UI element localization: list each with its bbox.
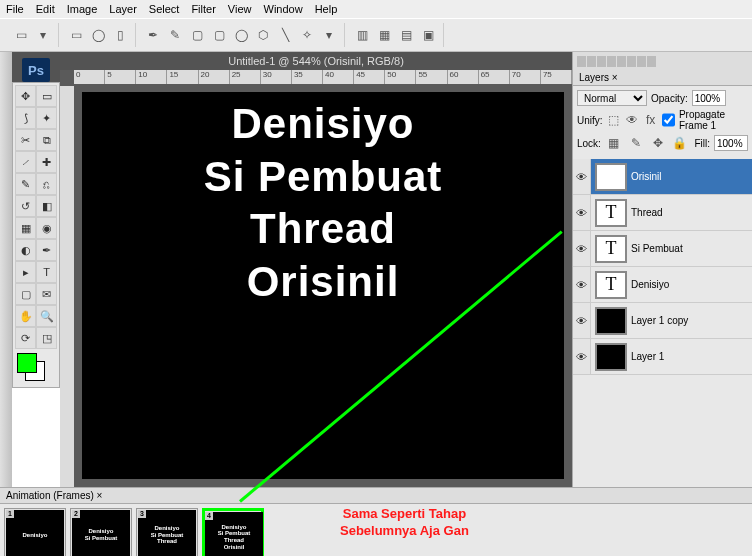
heal-tool-icon[interactable]: ✚ [36,151,57,173]
visibility-eye-icon[interactable]: 👁 [573,195,591,230]
ruler-vertical [60,86,74,487]
layer-row[interactable]: 👁 T Si Pembuat [573,231,752,267]
marquee-single-icon[interactable]: ▯ [111,26,129,44]
visibility-eye-icon[interactable]: 👁 [573,267,591,302]
align-icon[interactable]: ▥ [353,26,371,44]
layer-thumbnail[interactable]: T [595,235,627,263]
visibility-eye-icon[interactable]: 👁 [573,303,591,338]
eraser-tool-icon[interactable]: ◧ [36,195,57,217]
layer-thumbnail[interactable] [595,307,627,335]
lasso-tool-icon[interactable]: ⟆ [15,107,36,129]
visibility-eye-icon[interactable]: 👁 [573,159,591,194]
menu-layer[interactable]: Layer [109,3,137,15]
fill-input[interactable] [714,135,748,151]
unify-position-icon[interactable]: ⬚ [607,111,621,129]
notes-tool-icon[interactable]: ✉ [36,283,57,305]
shape-roundrect-icon[interactable]: ▢ [210,26,228,44]
shape-tool-icon[interactable]: ▢ [15,283,36,305]
lock-transparent-icon[interactable]: ▦ [605,134,623,152]
group-icon[interactable]: ▣ [419,26,437,44]
stamp-tool-icon[interactable]: ⎌ [36,173,57,195]
type-tool-icon[interactable]: T [36,261,57,283]
lock-all-icon[interactable]: 🔒 [671,134,689,152]
frame-thumbnail: 1Denisiyo [6,510,64,556]
chevron-down-icon[interactable]: ▾ [34,26,52,44]
canvas-text: DenisiyoSi PembuatThreadOrisinil [82,92,564,308]
wand-tool-icon[interactable]: ✦ [36,107,57,129]
layer-row[interactable]: 👁 Layer 1 copy [573,303,752,339]
visibility-eye-icon[interactable]: 👁 [573,339,591,374]
animation-frame[interactable]: 4DenisiyoSi PembuatThreadOrisinil0 sec. … [202,508,264,556]
eyedropper-tool-icon[interactable]: ⟋ [15,151,36,173]
marquee-tool-icon[interactable]: ▭ [36,85,57,107]
dodge-tool-icon[interactable]: ◐ [15,239,36,261]
shape-rect-icon[interactable]: ▢ [188,26,206,44]
canvas[interactable]: DenisiyoSi PembuatThreadOrisinil [82,92,564,479]
animation-frame[interactable]: 2DenisiyoSi Pembuat0 sec. ▾ [70,508,132,556]
chevron-down-icon[interactable]: ▾ [320,26,338,44]
animation-frame[interactable]: 1Denisiyo0 sec. ▾ [4,508,66,556]
layer-name: Orisinil [631,171,662,182]
brush-tool-icon[interactable]: ✎ [15,173,36,195]
menu-view[interactable]: View [228,3,252,15]
layer-row[interactable]: 👁 Layer 1 [573,339,752,375]
shape-custom-icon[interactable]: ✧ [298,26,316,44]
menu-bar: File Edit Image Layer Select Filter View… [0,0,752,18]
shape-polygon-icon[interactable]: ⬡ [254,26,272,44]
gradient-tool-icon[interactable]: ▦ [15,217,36,239]
animation-frame[interactable]: 3DenisiyoSi PembuatThread0 sec. ▾ [136,508,198,556]
layer-thumbnail[interactable] [595,343,627,371]
layer-thumbnail[interactable]: T [595,163,627,191]
unify-visibility-icon[interactable]: 👁 [625,111,639,129]
opacity-input[interactable] [692,90,726,106]
propagate-checkbox[interactable] [662,112,675,128]
menu-select[interactable]: Select [149,3,180,15]
pen-tool-icon[interactable]: ✒ [36,239,57,261]
freeform-pen-icon[interactable]: ✎ [166,26,184,44]
slice-tool-icon[interactable]: ⧉ [36,129,57,151]
history-brush-tool-icon[interactable]: ↺ [15,195,36,217]
foreground-color[interactable] [17,353,37,373]
lock-pixels-icon[interactable]: ✎ [627,134,645,152]
ruler-horizontal: 051015202530354045505560657075 [74,70,572,84]
rotate-tool-icon[interactable]: ⟳ [15,327,36,349]
blend-mode-select[interactable]: Normal [577,90,647,106]
pen-icon[interactable]: ✒ [144,26,162,44]
3d-tool-icon[interactable]: ◳ [36,327,57,349]
path-select-tool-icon[interactable]: ▸ [15,261,36,283]
marquee-rect-icon[interactable]: ▭ [67,26,85,44]
layer-row[interactable]: 👁 T Thread [573,195,752,231]
panel-mini-tabs[interactable] [573,52,752,70]
layer-row[interactable]: 👁 T Orisinil [573,159,752,195]
tool-preset-icon[interactable]: ▭ [12,26,30,44]
left-dock[interactable] [0,52,12,487]
menu-edit[interactable]: Edit [36,3,55,15]
layer-thumbnail[interactable]: T [595,271,627,299]
menu-help[interactable]: Help [315,3,338,15]
menu-image[interactable]: Image [67,3,98,15]
lock-position-icon[interactable]: ✥ [649,134,667,152]
visibility-eye-icon[interactable]: 👁 [573,231,591,266]
crop-tool-icon[interactable]: ✂ [15,129,36,151]
menu-window[interactable]: Window [264,3,303,15]
layer-thumbnail[interactable]: T [595,199,627,227]
layer-name: Layer 1 [631,351,664,362]
unify-style-icon[interactable]: fx [643,111,657,129]
shape-ellipse-icon[interactable]: ◯ [232,26,250,44]
blur-tool-icon[interactable]: ◉ [36,217,57,239]
ruler-mark: 15 [167,70,198,84]
animation-tab[interactable]: Animation (Frames) × [0,488,752,504]
distribute-icon[interactable]: ▦ [375,26,393,44]
layer-row[interactable]: 👁 T Denisiyo [573,267,752,303]
arrange-icon[interactable]: ▤ [397,26,415,44]
shape-line-icon[interactable]: ╲ [276,26,294,44]
layers-tab[interactable]: Layers × [573,70,752,86]
annotation-text: Sama Seperti Tahap Sebelumnya Aja Gan [340,506,469,540]
document-window: Untitled-1 @ 544% (Orisinil, RGB/8) 0510… [60,52,572,487]
move-tool-icon[interactable]: ✥ [15,85,36,107]
menu-file[interactable]: File [6,3,24,15]
hand-tool-icon[interactable]: ✋ [15,305,36,327]
menu-filter[interactable]: Filter [191,3,215,15]
marquee-ellipse-icon[interactable]: ◯ [89,26,107,44]
zoom-tool-icon[interactable]: 🔍 [36,305,57,327]
